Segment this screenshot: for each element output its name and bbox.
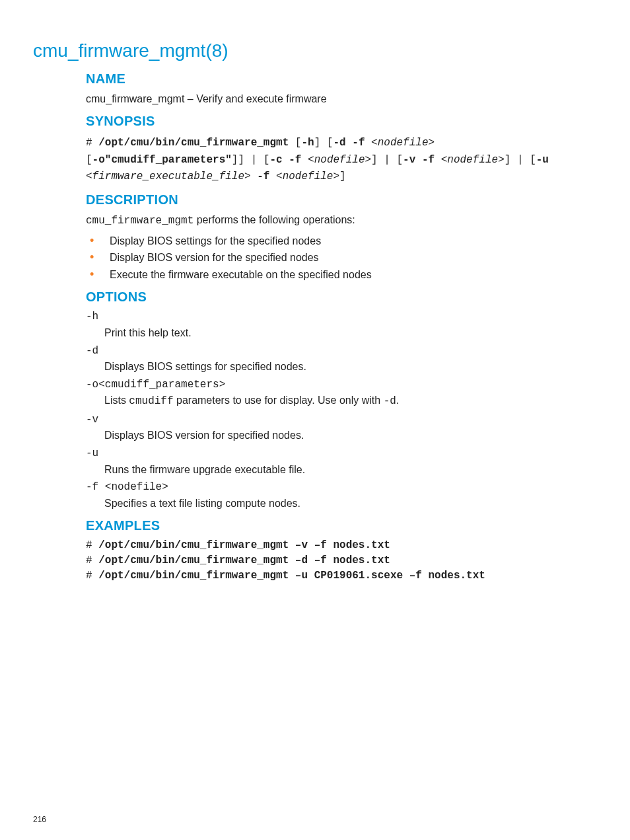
option-flag: -v (86, 413, 597, 428)
synopsis-text: > (244, 171, 257, 182)
bullet-item: Execute the firmware executable on the s… (86, 268, 597, 282)
name-cmd: cmu_firmware_mgmt – (86, 93, 196, 104)
synopsis-text: < (301, 154, 314, 166)
option-desc: Print this help text. (104, 326, 597, 340)
example-line: # /opt/cmu/bin/cmu_firmware_mgmt –u CP01… (86, 569, 597, 584)
synopsis-flag-u: -u (536, 154, 549, 166)
synopsis-flag-cf: -c -f (269, 154, 301, 166)
option-desc-text: Displays BIOS settings for specified nod… (104, 361, 306, 372)
option-desc: Specifies a text file listing compute no… (104, 496, 597, 511)
example-hash: # (86, 539, 98, 551)
example-line: # /opt/cmu/bin/cmu_firmware_mgmt –v –f n… (86, 539, 597, 553)
synopsis-arg-nodefile: nodefile (447, 154, 498, 166)
option-desc-text: Displays BIOS version for specified node… (104, 430, 304, 441)
option-flag: -h (86, 310, 597, 325)
synopsis-line: # /opt/cmu/bin/cmu_firmware_mgmt [-h] [-… (86, 134, 597, 184)
example-line: # /opt/cmu/bin/cmu_firmware_mgmt –d –f n… (86, 554, 597, 568)
option-flag: -f <nodefile> (86, 480, 597, 495)
bullet-item: Display BIOS version for the specified n… (86, 250, 597, 265)
description-bullets: Display BIOS settings for the specified … (86, 234, 597, 282)
option-desc: Lists cmudiff parameters to use for disp… (104, 393, 597, 409)
example-cmd: /opt/cmu/bin/cmu_firmware_mgmt –d –f nod… (98, 554, 390, 566)
synopsis-flag-f: -f (257, 171, 269, 182)
name-line: cmu_firmware_mgmt – Verify and execute f… (86, 92, 597, 106)
page-title: cmu_firmware_mgmt(8) (33, 38, 597, 63)
synopsis-text: ] [ (314, 137, 333, 149)
description-cmd: cmu_firmware_mgmt (86, 215, 193, 227)
option-desc: Runs the firmware upgrade executable fil… (104, 463, 597, 477)
synopsis-arg-nodefile: nodefile (378, 137, 429, 149)
description-intro: cmu_firmware_mgmt performs the following… (86, 213, 597, 229)
synopsis-text: < (365, 137, 377, 149)
bullet-item: Display BIOS settings for the specified … (86, 234, 597, 248)
option-flag: -d (86, 344, 597, 359)
synopsis-arg-nodefile: nodefile (314, 154, 365, 166)
content-body: NAME cmu_firmware_mgmt – Verify and exec… (86, 70, 597, 583)
example-cmd: /opt/cmu/bin/cmu_firmware_mgmt –u CP0190… (98, 570, 485, 582)
synopsis-flag-h: -h (301, 137, 314, 149)
synopsis-cmd: /opt/cmu/bin/cmu_firmware_mgmt (98, 137, 289, 149)
example-hash: # (86, 570, 98, 582)
description-rest: performs the following operations: (193, 214, 355, 225)
heading-options: OPTIONS (86, 288, 597, 306)
option-desc-text: Runs the firmware upgrade executable fil… (104, 464, 305, 475)
synopsis-text: < (269, 171, 282, 182)
option-desc-code: cmudiff (129, 395, 173, 407)
synopsis-text: < (86, 171, 92, 182)
name-desc: Verify and execute firmware (196, 93, 326, 104)
option-desc: Displays BIOS settings for specified nod… (104, 360, 597, 374)
synopsis-text: > (429, 137, 435, 149)
synopsis-text: [ (289, 137, 301, 149)
example-hash: # (86, 554, 98, 566)
heading-synopsis: SYNOPSIS (86, 112, 597, 130)
synopsis-text: ]] | [ (232, 154, 270, 166)
option-flag: -o<cmudiff_parameters> (86, 378, 597, 393)
heading-name: NAME (86, 70, 597, 88)
synopsis-hash: # (86, 137, 98, 149)
option-desc: Displays BIOS version for specified node… (104, 428, 597, 443)
examples-block: # /opt/cmu/bin/cmu_firmware_mgmt –v –f n… (86, 539, 597, 583)
heading-description: DESCRIPTION (86, 191, 597, 209)
option-desc-text: Print this help text. (104, 327, 192, 338)
synopsis-arg-fwfile: firmware_executable_file (92, 171, 244, 182)
synopsis-flag-o: -o"cmudiff_parameters" (92, 154, 232, 166)
option-desc-text: . (396, 395, 399, 406)
example-cmd: /opt/cmu/bin/cmu_firmware_mgmt –v –f nod… (98, 539, 390, 551)
option-desc-text: parameters to use for display. Use only … (174, 395, 384, 406)
synopsis-flag-vf: -v -f (403, 154, 435, 166)
synopsis-text: < (435, 154, 447, 166)
heading-examples: EXAMPLES (86, 517, 597, 535)
synopsis-text: >] | [ (365, 154, 403, 166)
synopsis-text: >] (333, 171, 345, 182)
option-desc-text: Specifies a text file listing compute no… (104, 498, 300, 509)
synopsis-text: >] | [ (498, 154, 536, 166)
option-desc-code: -d (384, 395, 396, 407)
synopsis-arg-nodefile: nodefile (283, 171, 333, 182)
synopsis-flag-df: -d -f (333, 137, 365, 149)
synopsis-text: [ (86, 154, 92, 166)
option-desc-text: Lists (104, 395, 129, 406)
option-flag: -u (86, 447, 597, 461)
